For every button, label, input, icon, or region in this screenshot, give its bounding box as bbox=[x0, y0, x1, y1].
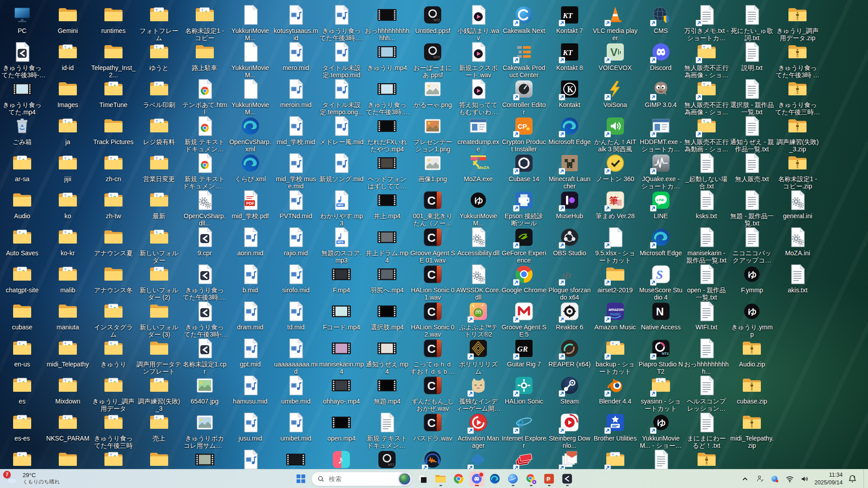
desktop-icon[interactable]: gpt.mid bbox=[227, 338, 273, 368]
desktop-icon[interactable] bbox=[501, 449, 547, 472]
volume-icon[interactable] bbox=[799, 473, 810, 485]
desktop-icon[interactable]: CHALion Sonic 02.wav bbox=[410, 300, 456, 338]
desktop-icon[interactable]: PC bbox=[0, 4, 45, 34]
desktop-icon[interactable]: ヘッドフォンはずしててよかっt.mp4 bbox=[364, 152, 410, 190]
taskbar-explorer[interactable] bbox=[433, 471, 448, 487]
desktop-icon[interactable]: 新規 テキスト ドキュメント (2).html bbox=[182, 115, 227, 153]
desktop-icon[interactable]: OpenCvSharp.xml bbox=[227, 115, 273, 153]
desktop-icon[interactable]: midi_Telepathy.zip bbox=[729, 412, 775, 449]
desktop-icon[interactable]: cubase.zip bbox=[729, 375, 775, 405]
desktop-icon[interactable]: ko bbox=[45, 189, 90, 220]
desktop-icon[interactable]: 羽尻へ.mp4 bbox=[364, 263, 410, 294]
desktop-icon[interactable]: mero.mid bbox=[273, 41, 319, 71]
desktop-icon[interactable]: NT2Untitled.ppsf bbox=[410, 4, 456, 34]
ime-pen-icon[interactable] bbox=[755, 473, 765, 485]
desktop-icon[interactable] bbox=[45, 449, 90, 472]
desktop-icon[interactable]: 調声練習(失敗)_3.zip bbox=[775, 115, 821, 153]
desktop-icon[interactable]: es-es bbox=[0, 412, 45, 442]
desktop-icon[interactable] bbox=[592, 449, 638, 472]
desktop-icon[interactable]: Discord bbox=[638, 41, 684, 71]
desktop-icon[interactable]: まにまにわーるど！.txt bbox=[684, 412, 729, 449]
desktop-icon[interactable]: Steam bbox=[547, 375, 592, 405]
desktop-icon[interactable]: 名称未設定1 - コピー.zip bbox=[775, 152, 821, 190]
desktop-icon[interactable]: くらぴ.xml bbox=[227, 152, 273, 183]
desktop-icon[interactable]: Google Chrome bbox=[501, 263, 547, 294]
desktop-icon[interactable]: 最新 bbox=[136, 189, 182, 220]
desktop-icon[interactable]: sirofo.mid bbox=[273, 263, 319, 294]
desktop-icon[interactable]: ♪ bbox=[319, 449, 364, 472]
desktop-icon[interactable]: Cバスドラ.wav bbox=[410, 412, 456, 442]
desktop-icon[interactable]: 65407.jpg bbox=[182, 375, 227, 405]
desktop-icon[interactable]: Minecraft Launcher bbox=[547, 152, 592, 190]
desktop-icon[interactable]: Mixdown bbox=[45, 375, 90, 405]
desktop-icon[interactable]: VVOICEVOX bbox=[592, 41, 638, 71]
desktop-icon[interactable]: mid_学校 muse.mid bbox=[273, 152, 319, 190]
desktop-icon[interactable]: ニコニコバックアップコードtxt bbox=[729, 226, 775, 264]
desktop-icon[interactable]: PDFmid_学校.pdf bbox=[227, 189, 273, 220]
desktop-icon[interactable]: sfzPlogue sforzando x64 bbox=[547, 263, 592, 301]
desktop-icon[interactable]: malib bbox=[45, 263, 90, 294]
desktop-icon[interactable]: F.mp4 bbox=[319, 263, 364, 294]
desktop-icon[interactable]: HALion Sonic bbox=[501, 375, 547, 405]
desktop-icon[interactable]: 無題.mp4 bbox=[364, 375, 410, 405]
desktop-icon[interactable]: dram.mid bbox=[227, 300, 273, 331]
desktop-icon[interactable]: 画像1.png bbox=[410, 152, 456, 183]
desktop-icon[interactable]: Brother Utilities bbox=[592, 412, 638, 442]
taskbar-cubase[interactable] bbox=[560, 471, 575, 487]
desktop-icon[interactable]: YukkuriMovieM... bbox=[227, 78, 273, 116]
desktop-icon[interactable]: hamusu.mid bbox=[227, 375, 273, 405]
desktop-icon[interactable]: きゅうり bbox=[90, 338, 136, 368]
desktop-icon[interactable]: Cakewalk Product Center bbox=[501, 41, 547, 79]
search-highlight-globe-icon[interactable] bbox=[399, 474, 410, 484]
desktop-icon[interactable]: 9.5.xlsx - ショートカット bbox=[592, 226, 638, 264]
wifi-icon[interactable] bbox=[784, 473, 795, 485]
desktop-icon[interactable]: airset2-2019 bbox=[592, 263, 638, 294]
desktop-icon[interactable]: きゅうり食ってた.mp4 bbox=[0, 78, 45, 116]
desktop-icon[interactable]: おっhhhhhhhhhhhh... bbox=[364, 4, 410, 42]
search-input[interactable] bbox=[328, 475, 396, 483]
desktop-icon[interactable] bbox=[273, 449, 319, 472]
desktop-icon[interactable]: umibe.mid bbox=[273, 375, 319, 405]
desktop-icon[interactable]: rajio.mid bbox=[273, 226, 319, 257]
desktop-icon[interactable]: 9.cpr bbox=[182, 226, 227, 257]
desktop-icon[interactable] bbox=[182, 449, 227, 472]
desktop-icon[interactable]: 通知うぜえ - 親作品一覧.txt bbox=[729, 115, 775, 153]
desktop-icon[interactable]: Gemini bbox=[45, 4, 90, 34]
desktop-icon[interactable]: open.mp4 bbox=[319, 412, 364, 442]
desktop-icon[interactable]: タイトル未設定.tempo.orig1.mid bbox=[319, 78, 364, 116]
desktop-icon[interactable]: きゅうり.mp4 bbox=[364, 41, 410, 71]
desktop-icon[interactable]: インスタグラム bbox=[90, 300, 136, 338]
desktop-icon[interactable]: WIFI.txt bbox=[684, 300, 729, 331]
desktop-icon[interactable]: Cずんだもん_しおかぜ.wav bbox=[410, 375, 456, 412]
desktop-icon[interactable]: Epson 接続診断ツール bbox=[501, 189, 547, 227]
desktop-icon[interactable]: きゅうり食ってた午後3時-02.cpr bbox=[182, 300, 227, 338]
desktop-icon[interactable]: ノートン 360 bbox=[592, 152, 638, 183]
desktop-icon[interactable]: きゅうり食ってた午後三時 bbox=[90, 412, 136, 449]
desktop-icon[interactable]: 新規 テキスト ドキュメント.musicxml bbox=[364, 412, 410, 449]
desktop-icon[interactable]: テンポあて.html bbox=[182, 78, 227, 116]
desktop-icon[interactable]: 新しいフォルダー (2) bbox=[136, 263, 182, 301]
desktop-icon[interactable]: NNative Access bbox=[638, 300, 684, 331]
taskbar-chrome-profile[interactable] bbox=[524, 471, 539, 487]
desktop-icon[interactable]: KTKontakt 8 bbox=[547, 41, 592, 71]
desktop-icon[interactable]: PVTNd.mid bbox=[273, 189, 319, 220]
desktop-icon[interactable]: レジ袋有料 bbox=[136, 115, 182, 145]
desktop-icon[interactable]: en-us bbox=[0, 338, 45, 368]
desktop-icon[interactable] bbox=[136, 449, 182, 472]
desktop-icon[interactable]: 名称未設定1 - コピー bbox=[182, 4, 227, 42]
desktop-icon[interactable]: MuseHub bbox=[547, 189, 592, 220]
desktop-icon[interactable]: CGroove Agent SE 01.wav bbox=[410, 226, 456, 264]
desktop-icon[interactable]: アナウンス冬 bbox=[90, 263, 136, 294]
desktop-icon[interactable]: 選択肢 - 親作品一覧.txt bbox=[729, 78, 775, 116]
desktop-icon[interactable]: MP3わかりやす.mp3 bbox=[319, 189, 364, 227]
desktop-icon[interactable]: Controller Editor bbox=[501, 78, 547, 116]
desktop-icon[interactable]: jusu.mid bbox=[227, 412, 273, 442]
desktop-icon[interactable]: runtimes bbox=[90, 4, 136, 34]
desktop-icon[interactable]: 営業日変更 bbox=[136, 152, 182, 183]
desktop-icon[interactable]: manisekarin.mp4 bbox=[319, 338, 364, 375]
desktop-icon[interactable]: SMuseScore Studio 4 bbox=[638, 263, 684, 301]
desktop-icon[interactable]: きゅうりボカコレ用サムネ.jpg bbox=[182, 412, 227, 449]
desktop-icon[interactable]: ポリリリリズム bbox=[456, 338, 501, 375]
desktop-icon[interactable]: きゅうり食ってた午後3時.mp4 bbox=[364, 78, 410, 116]
desktop-icon[interactable]: GIMP 3.0.4 bbox=[638, 78, 684, 108]
